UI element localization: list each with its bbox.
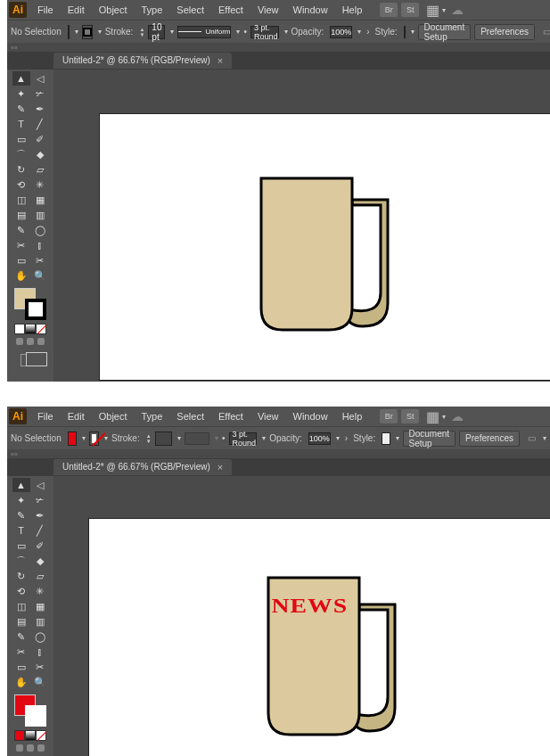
draw-inside[interactable] — [37, 338, 45, 345]
hand-tool[interactable]: ✋ — [12, 675, 30, 689]
canvas[interactable]: NEWS — [53, 476, 550, 756]
menu-edit[interactable]: Edit — [61, 0, 92, 20]
bridge-button[interactable]: Br — [380, 409, 398, 423]
screen-mode-icon[interactable] — [21, 354, 40, 366]
chevron-down-icon[interactable]: ▾ — [543, 434, 546, 442]
rectangle-tool[interactable]: ▭ — [12, 132, 30, 146]
menu-window[interactable]: Window — [286, 407, 335, 426]
eraser-tool[interactable]: ◆ — [31, 554, 49, 568]
shape-builder-tool[interactable]: ◫ — [12, 599, 30, 613]
menu-effect[interactable]: Effect — [211, 407, 250, 426]
draw-inside[interactable] — [37, 744, 45, 752]
color-mode-gradient[interactable] — [25, 324, 36, 334]
menu-select[interactable]: Select — [169, 0, 211, 20]
chevron-down-icon[interactable]: ▾ — [170, 28, 174, 36]
stroke-swatch[interactable] — [82, 25, 93, 39]
draw-behind[interactable] — [27, 338, 34, 345]
color-mode-solid[interactable] — [14, 324, 25, 334]
free-transform-tool[interactable]: ✳ — [31, 584, 49, 598]
curvature-tool[interactable]: ✒ — [31, 508, 49, 522]
line-tool[interactable]: ╱ — [31, 523, 49, 538]
blend-tool[interactable]: ◯ — [31, 223, 49, 237]
curvature-tool[interactable]: ✒ — [31, 102, 49, 116]
arrange-docs-icon[interactable]: ▦ — [424, 410, 440, 423]
menu-select[interactable]: Select — [169, 407, 211, 426]
style-swatch[interactable] — [404, 26, 406, 38]
rotate-tool[interactable]: ↻ — [12, 162, 30, 177]
bridge-button[interactable]: Br — [380, 3, 398, 17]
chevron-down-icon[interactable]: ▾ — [284, 28, 288, 36]
align-icon[interactable]: ▭ — [538, 26, 550, 38]
chevron-down-icon[interactable]: ▾ — [177, 434, 181, 442]
pen-tool[interactable]: ✎ — [12, 102, 30, 116]
menu-type[interactable]: Type — [135, 0, 170, 20]
canvas[interactable] — [53, 70, 550, 382]
document-setup-button[interactable]: Document Setup — [418, 24, 472, 40]
paintbrush-tool[interactable]: ✐ — [31, 132, 49, 146]
fill-stroke-indicator[interactable] — [14, 288, 46, 320]
color-mode-none[interactable] — [36, 324, 46, 334]
fill-swatch[interactable] — [68, 25, 70, 39]
menu-edit[interactable]: Edit — [61, 407, 92, 426]
document-setup-button[interactable]: Document Setup — [403, 431, 456, 447]
width-tool[interactable]: ⟲ — [12, 177, 30, 192]
shape-builder-tool[interactable]: ◫ — [12, 193, 30, 207]
draw-normal[interactable] — [16, 338, 23, 345]
blend-tool[interactable]: ◯ — [31, 629, 49, 644]
pencil-tool[interactable]: ⌒ — [12, 147, 30, 161]
menu-effect[interactable]: Effect — [211, 0, 250, 20]
symbol-sprayer-tool[interactable]: ✂ — [12, 238, 30, 252]
lasso-tool[interactable]: ✃ — [31, 86, 49, 101]
stock-button[interactable]: St — [401, 409, 419, 423]
stroke-swatch-none[interactable] — [89, 431, 99, 446]
menu-type[interactable]: Type — [135, 407, 170, 426]
chevron-down-icon[interactable]: ▾ — [336, 434, 340, 442]
style-swatch[interactable] — [382, 432, 390, 445]
stroke-stepper[interactable]: ▲▼ — [139, 25, 144, 39]
menu-object[interactable]: Object — [92, 0, 135, 20]
document-tab[interactable]: Untitled-2* @ 66.67% (RGB/Preview) × — [53, 53, 232, 69]
color-mode-solid[interactable] — [14, 730, 25, 741]
stroke-box[interactable] — [25, 705, 46, 727]
preferences-button[interactable]: Preferences — [459, 431, 520, 447]
perspective-tool[interactable]: ▦ — [31, 599, 49, 613]
chevron-down-icon[interactable]: ▾ — [75, 28, 78, 36]
opacity-field[interactable]: 100% — [330, 26, 352, 38]
gradient-tool[interactable]: ▥ — [31, 208, 49, 222]
chevron-down-icon[interactable]: ▾ — [442, 6, 446, 14]
preferences-button[interactable]: Preferences — [474, 24, 535, 40]
fill-stroke-indicator[interactable] — [14, 694, 46, 727]
mesh-tool[interactable]: ▤ — [12, 614, 30, 629]
zoom-tool[interactable]: 🔍 — [31, 268, 49, 283]
more-icon[interactable]: › — [343, 433, 349, 443]
menu-file[interactable]: File — [30, 407, 61, 426]
menu-view[interactable]: View — [250, 0, 286, 20]
rotate-tool[interactable]: ↻ — [12, 569, 30, 583]
more-icon[interactable]: › — [365, 27, 371, 37]
draw-behind[interactable] — [27, 744, 34, 752]
magic-wand-tool[interactable]: ✦ — [12, 86, 30, 101]
line-tool[interactable]: ╱ — [31, 117, 49, 131]
chevron-down-icon[interactable]: ▾ — [442, 413, 446, 421]
close-icon[interactable]: × — [218, 53, 223, 69]
selection-tool[interactable]: ▲ — [12, 71, 30, 86]
stroke-weight-field[interactable]: 10 pt — [148, 25, 165, 39]
gradient-tool[interactable]: ▥ — [31, 614, 49, 629]
sync-icon[interactable]: ☁ — [451, 409, 464, 423]
free-transform-tool[interactable]: ✳ — [31, 177, 49, 192]
selection-tool[interactable]: ▲ — [12, 478, 30, 492]
chevron-down-icon[interactable]: ▾ — [236, 28, 240, 36]
chevron-down-icon[interactable]: ▾ — [98, 28, 102, 36]
column-graph-tool[interactable]: ⫿ — [31, 645, 49, 659]
chevron-down-icon[interactable]: ▾ — [104, 434, 108, 442]
scale-tool[interactable]: ▱ — [31, 569, 49, 583]
brush-definition[interactable]: 3 pt. Round — [229, 432, 258, 445]
rectangle-tool[interactable]: ▭ — [12, 538, 30, 553]
document-tab[interactable]: Untitled-2* @ 66.67% (RGB/Preview) × — [53, 459, 232, 475]
stroke-weight-field[interactable] — [155, 431, 172, 446]
menu-object[interactable]: Object — [92, 407, 135, 426]
paintbrush-tool[interactable]: ✐ — [31, 538, 49, 553]
stroke-stepper[interactable]: ▲▼ — [146, 431, 152, 446]
menu-file[interactable]: File — [30, 0, 61, 20]
stroke-box[interactable] — [25, 299, 46, 320]
